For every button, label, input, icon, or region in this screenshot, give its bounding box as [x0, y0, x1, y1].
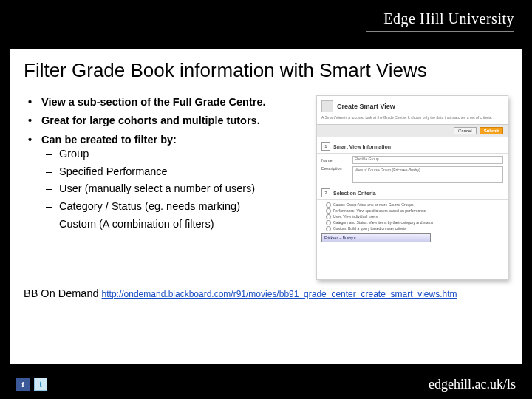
slide-title: Filter Grade Book information with Smart…	[24, 59, 508, 82]
mock-cancel: Cancel	[454, 127, 477, 134]
sub-bullet-item: User (manually select a number of users)	[41, 182, 309, 200]
header-bar: Edge Hill University	[0, 0, 532, 46]
body-row: View a sub-section of the Full Grade Cen…	[24, 95, 508, 280]
social-icons: f t	[16, 378, 47, 391]
mock-radio: User: View individual users	[326, 214, 503, 219]
mock-radio-group: Course Group: View one or more Course Gr…	[326, 202, 503, 231]
mock-step2-label: Selection Criteria	[333, 191, 376, 196]
mock-name-input: Flexible Group	[352, 156, 503, 164]
mock-step1-num: 1	[321, 142, 330, 151]
mock-radio: Category and Status: View items by their…	[326, 219, 503, 225]
sub-bullet-item: Specified Performance	[41, 165, 309, 183]
footer-url: edgehill.ac.uk/ls	[429, 377, 516, 392]
bullet-list: View a sub-section of the Full Grade Cen…	[24, 95, 309, 239]
sub-bullet-item: Group	[41, 147, 309, 165]
ondemand-row: BB On Demand http://ondemand.blackboard.…	[24, 287, 508, 299]
bullet-text: Can be created to filter by:	[41, 134, 177, 146]
link-prefix: BB On Demand	[24, 287, 102, 299]
facebook-icon[interactable]: f	[16, 378, 30, 391]
twitter-icon[interactable]: t	[34, 378, 47, 391]
mock-icon	[321, 100, 333, 112]
mock-desc-label: Description	[321, 166, 349, 171]
mock-step2-num: 2	[321, 188, 330, 197]
mock-submit: Submit	[480, 127, 503, 134]
bullet-item: View a sub-section of the Full Grade Cen…	[24, 95, 309, 115]
mock-desc-input: View of Course Group (Ericksen-Bushy)	[352, 166, 503, 183]
ondemand-link[interactable]: http://ondemand.blackboard.com/r91/movie…	[102, 289, 457, 299]
content-area: Filter Grade Book information with Smart…	[10, 49, 522, 364]
mock-desc: A Smart View is a focused look at the Gr…	[321, 115, 503, 120]
mock-title: Create Smart View	[337, 103, 395, 110]
mock-radio: Course Group: View one or more Course Gr…	[326, 202, 503, 208]
brand-rule	[366, 31, 514, 32]
mock-step1-label: Smart View Information	[333, 144, 391, 149]
screenshot-panel: Create Smart View A Smart View is a focu…	[316, 95, 508, 280]
footer-bar: f t edgehill.ac.uk/ls	[0, 369, 532, 399]
sub-bullet-item: Category / Status (eg. needs marking)	[41, 200, 309, 217]
sub-bullet-item: Custom (A combination of filters)	[41, 217, 309, 235]
bullet-item: Great for large cohorts and multiple tut…	[24, 114, 309, 133]
brand-name: Edge Hill University	[383, 10, 514, 27]
smartview-mock: Create Smart View A Smart View is a focu…	[316, 95, 508, 280]
mock-radio: Performance: View specific users based o…	[326, 208, 503, 214]
mock-radio: Custom: Build a query based on user crit…	[326, 225, 503, 231]
bullet-item: Can be created to filter by: Group Speci…	[24, 133, 309, 239]
slide: Edge Hill University Filter Grade Book i…	[0, 0, 532, 399]
mock-action-bar: Cancel Submit	[317, 124, 508, 137]
mock-name-label: Name	[321, 158, 349, 163]
mock-dropdown: Ericksen – Bushy ▾	[321, 233, 431, 242]
